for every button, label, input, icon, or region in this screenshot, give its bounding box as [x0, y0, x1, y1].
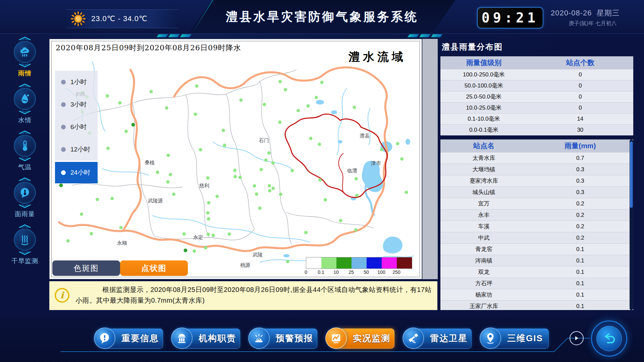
table-cell: 0.1 — [527, 289, 633, 300]
basin-label: 澧水流域 — [348, 49, 406, 65]
rain-station-dot — [309, 137, 313, 140]
rain-station-dot — [339, 219, 342, 222]
sidebar-item-temperature[interactable]: 气温 — [3, 130, 47, 177]
page-title: 澧县水旱灾害防御气象服务系统 — [189, 0, 455, 34]
rain-station-dot — [228, 233, 231, 236]
legend-color-cell — [336, 257, 352, 268]
table-cell: 0.2 — [527, 209, 633, 221]
nav-button-warning-forecast[interactable]: 预警预报 — [248, 327, 317, 349]
date-text: 2020-08-26 星期三 — [551, 8, 635, 18]
table-cell: 0.2 — [527, 221, 633, 232]
radio-dot-icon — [61, 125, 66, 129]
radio-dot-icon — [61, 102, 66, 107]
table-cell: 0 — [527, 69, 633, 80]
table-row: 永丰0.2 — [440, 209, 633, 221]
nav-button-org-duties[interactable]: 机构职责 — [171, 327, 240, 349]
table-cell: 0.2 — [527, 232, 633, 243]
rain-station-dot — [264, 159, 268, 162]
sun-icon — [70, 11, 86, 28]
rain-station-dot — [207, 217, 210, 221]
rain-station-dot — [263, 103, 266, 106]
view-button-dot-map[interactable]: 点状图 — [120, 260, 188, 276]
time-option-24h[interactable]: 24小时 — [55, 162, 98, 183]
legend-tick-label: 10 — [333, 269, 339, 275]
rain-station-dot — [166, 180, 169, 184]
nav-button-important-info[interactable]: 重要信息 — [94, 327, 163, 349]
table-cell: 城头山镇 — [440, 186, 527, 198]
rain-station-dot — [290, 169, 294, 172]
table-row: 0.1-10.0毫米14 — [440, 113, 633, 124]
play-button[interactable] — [570, 331, 584, 345]
rain-station-dot — [207, 233, 210, 236]
drought-steam-icon — [14, 229, 36, 251]
radio-dot-icon — [61, 80, 66, 84]
rain-station-dot — [199, 148, 202, 152]
sidebar-item-rain[interactable]: 雨情 — [3, 36, 47, 83]
radio-dot-icon — [61, 147, 66, 152]
rain-station-dot — [150, 90, 153, 93]
nav-button-label: 机构职责 — [199, 328, 236, 348]
nav-button-radar-satellite[interactable]: 雷达卫星 — [402, 327, 472, 349]
rain-station-dot — [380, 148, 383, 151]
view-button-spot-map[interactable]: 色斑图 — [52, 260, 120, 276]
rain-station-dot — [396, 142, 399, 145]
rain-station-dot — [304, 231, 308, 234]
table-row: 0.0-0.1毫米30 — [440, 124, 633, 135]
legend-color-cell — [397, 257, 412, 268]
station-table-scrollbar[interactable] — [630, 139, 633, 310]
rain-station-dot — [255, 192, 258, 196]
rain-station-dot — [268, 189, 271, 192]
nav-button-gis-3d[interactable]: 三维GIS — [480, 327, 549, 349]
table-cell: 0.2 — [527, 198, 633, 209]
rain-station-dot — [268, 184, 271, 187]
date-block: 2020-08-26 星期三 庚子(鼠)年 七月初八 — [551, 8, 635, 27]
map-plot-area[interactable]: 鹤峰桑植石门澧县津市临澧慈利武陵源永定永顺武陵桃源 2020年08月25日09时… — [51, 41, 420, 277]
rain-station-dot — [271, 187, 275, 190]
rain-station-dot — [279, 193, 282, 196]
table-cell: 车溪 — [440, 221, 527, 232]
rain-station-dot — [258, 206, 262, 210]
rain-station-dot — [172, 193, 175, 196]
rain-station-dot — [90, 232, 93, 235]
time-option-3h[interactable]: 3小时 — [55, 93, 98, 116]
return-button[interactable] — [591, 320, 627, 357]
sidebar-item-label: 雨情 — [18, 69, 32, 78]
return-icon — [596, 326, 622, 351]
rain-station-dot-dark — [131, 123, 135, 127]
table-cell: 双龙 — [440, 266, 527, 278]
sidebar-item-drought[interactable]: 干旱监测 — [3, 224, 47, 271]
map-scrollbar-track[interactable] — [422, 39, 438, 279]
table-cell: 100.0-250.0毫米 — [440, 69, 527, 80]
rain-station-dot — [223, 144, 226, 147]
map-canvas[interactable]: 鹤峰桑植石门澧县津市临澧慈利武陵源永定永顺武陵桃源 2020年08月25日09时… — [49, 39, 422, 279]
legend-tick-label: 0.1 — [318, 269, 324, 275]
time-option-label: 3小时 — [70, 100, 87, 109]
time-range-selector: 1小时3小时6小时12小时24小时 — [55, 71, 98, 183]
sidebar-item-label: 干旱监测 — [11, 257, 38, 265]
sidebar-item-area-rainfall[interactable]: 面雨量 — [3, 177, 47, 224]
sidebar-item-water[interactable]: 水情 — [3, 83, 47, 130]
table-cell: 0 — [527, 80, 633, 91]
chevron-up-icon — [17, 177, 32, 181]
rain-station-dot — [80, 213, 83, 216]
nav-button-live-monitoring[interactable]: 实况监测 — [325, 327, 394, 349]
rain-station-dot — [169, 173, 172, 176]
scrollbar-thumb[interactable] — [630, 141, 633, 208]
rain-station-dot — [215, 195, 219, 198]
table-row: 杨家坊0.1 — [440, 289, 633, 300]
rain-station-dot — [324, 198, 327, 201]
satellite-icon — [402, 327, 424, 349]
monitoring-notice: i 根据监测显示，2020年08月25日09时至2020年08月26日09时,据… — [49, 281, 437, 310]
time-option-12h[interactable]: 12小时 — [55, 138, 98, 161]
time-option-label: 24小时 — [70, 168, 90, 177]
table-row: 50.0-100.0毫米0 — [440, 80, 633, 91]
rain-station-dot — [297, 109, 300, 112]
table-cell: 青龙窖 — [440, 243, 527, 255]
rain-station-dot — [355, 194, 359, 197]
monitor-chart-icon — [325, 327, 347, 349]
time-option-6h[interactable]: 6小时 — [55, 116, 98, 138]
table-cell: 方石坪 — [440, 278, 527, 289]
time-option-1h[interactable]: 1小时 — [55, 71, 98, 93]
table-cell: 太青水库 — [440, 152, 527, 164]
table-row: 青龙窖0.1 — [440, 243, 633, 255]
